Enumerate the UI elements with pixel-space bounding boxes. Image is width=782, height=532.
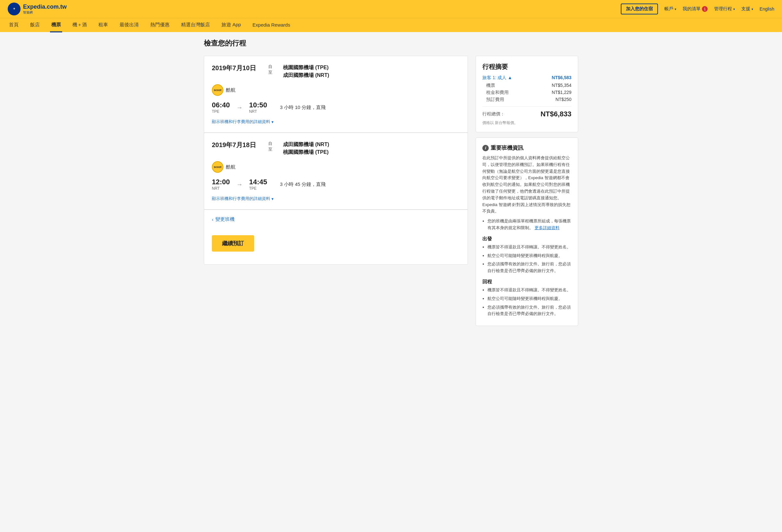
info-icon: i [482,145,489,151]
passenger-expand-icon: ▲ [508,75,512,80]
return-duration: 3 小時 45 分鐘，直飛 [280,181,326,187]
page-title: 檢查您的行程 [204,38,578,48]
important-info-box: i 重要班機資訊 在此預訂中所提供的個人資料將會提供給航空公司，以便管理您的班機… [475,138,578,326]
change-flight-chevron-icon: ‹ [212,217,213,222]
outbound-arrive-time: 10:50 [249,101,267,109]
return-arrow-icon: → [236,181,243,188]
return-times: 12:00 NRT → 14:45 TPE 3 小時 45 分鐘，直飛 [212,178,460,191]
outbound-details-chevron-icon: ▾ [272,119,274,125]
logo-main-text: Expedia.com.tw [23,3,67,10]
outbound-arrow-icon: → [236,104,243,111]
manage-trip-link[interactable]: 管理行程 ▾ [714,6,735,12]
return-details-link[interactable]: 顯示班機和行李費用的詳細資料 ▾ [212,196,460,202]
outbound-arrive-block: 10:50 NRT [249,101,267,114]
outbound-details-link[interactable]: 顯示班機和行李費用的詳細資料 ▾ [212,119,460,125]
return-header: 2019年7月18日 自 至 成田國際機場 (NRT) 桃園國際機場 (TPE) [212,141,460,156]
left-panel: 2019年7月10日 自 至 桃園國際機場 (TPE) 成田國際機場 (NRT)… [204,56,468,265]
important-info-title: i 重要班機資訊 [482,144,571,151]
return-arrive-block: 14:45 TPE [249,178,267,191]
manage-trip-chevron-icon: ▾ [733,7,735,11]
tax-price-row: 稅金和費用 NT$1,229 [482,90,571,96]
depart-bullet-2: 航空公司可能隨時變更班機時程與航廈。 [488,252,571,259]
return-direction: 自 至 [268,141,278,152]
ticket-price-row: 機票 NT$5,354 [482,83,571,88]
outbound-depart-code: TPE [212,109,230,114]
change-flight-link[interactable]: ‹ 變更班機 [212,216,235,222]
more-details-link[interactable]: 更多詳細資料 [535,225,560,230]
add-hotel-button[interactable]: 加入您的住宿 [621,3,658,14]
return-depart-block: 12:00 NRT [212,178,230,191]
ticket-label: 機票 [486,83,495,88]
nav-item-rewards[interactable]: Expedia Rewards [251,18,292,32]
return-details-chevron-icon: ▾ [272,197,274,201]
nav-bar: 首頁 飯店 機票 機＋酒 租車 最後出清 熱門優惠 精選台灣飯店 旅遊 App … [0,18,782,32]
passenger-price: NT$6,583 [552,75,571,81]
important-info-bullets: 您的班機是由兩張單程機票所組成，每張機票有其本身的規定和限制。 更多詳細資料 [482,218,571,232]
return-airline-name: 酷航 [226,164,236,170]
outbound-arrive-code: NRT [249,109,267,114]
depart-bullet-1: 機票皆不得退款且不得轉讓。不得變更姓名。 [488,244,571,251]
nav-item-taiwan-hotels[interactable]: 精選台灣飯店 [180,18,211,32]
return-airline-row: scoot 酷航 [212,161,460,173]
nav-item-flight[interactable]: 機票 [50,18,62,32]
outbound-airline-row: scoot 酷航 [212,84,460,96]
return-airline-logo: scoot [212,161,223,173]
language-link[interactable]: English [759,6,774,11]
outbound-depart-block: 06:40 TPE [212,101,230,114]
summary-box: 行程摘要 旅客 1: 成人 ▲ NT$6,583 機票 NT$5,354 稅金和… [475,56,578,132]
booking-fee-price: NT$250 [556,97,571,103]
outbound-airline-name: 酷航 [226,87,236,93]
outbound-times: 06:40 TPE → 10:50 NRT 3 小時 10 分鐘，直飛 [212,101,460,114]
outbound-date: 2019年7月10日 [212,64,263,72]
tax-label: 稅金和費用 [486,90,509,96]
nav-item-car[interactable]: 租車 [97,18,109,32]
currency-note: 價格以 新台幣報價。 [482,120,571,126]
account-chevron-icon: ▾ [675,7,676,11]
tax-price: NT$1,229 [552,90,571,96]
outbound-header: 2019年7月10日 自 至 桃園國際機場 (TPE) 成田國際機場 (NRT) [212,64,460,79]
support-link[interactable]: 支援 ▾ [741,6,753,12]
my-list-link[interactable]: 我的清單 1 [683,6,708,12]
depart-bullet-3: 您必須攜帶有效的旅行文件。旅行前，您必須自行檢查是否已帶齊必備的旅行文件。 [488,261,571,274]
right-panel: 行程摘要 旅客 1: 成人 ▲ NT$6,583 機票 NT$5,354 稅金和… [475,56,578,326]
nav-item-deals[interactable]: 熱門優惠 [149,18,171,32]
page-title-area: 檢查您的行程 [199,32,583,48]
return-bullet-1: 機票皆不得退款且不得轉讓。不得變更姓名。 [488,287,571,293]
return-airports: 成田國際機場 (NRT) 桃園國際機場 (TPE) [283,141,329,156]
logo[interactable]: ✈ Expedia.com.tw 智遊網 [8,3,67,15]
outbound-depart-time: 06:40 [212,101,230,109]
nav-item-home[interactable]: 首頁 [8,18,20,32]
return-bullet-3: 您必須攜帶有效的旅行文件。旅行前，您必須自行檢查是否已帶齊必備的旅行文件。 [488,304,571,318]
return-bullets: 機票皆不得退款且不得轉讓。不得變更姓名。 航空公司可能隨時變更班機時程與航廈。 … [482,287,571,317]
nav-item-app[interactable]: 旅遊 App [220,18,242,32]
my-list-badge: 1 [702,6,708,12]
return-arrive-time: 14:45 [249,178,267,186]
outbound-direction: 自 至 [268,64,278,75]
support-chevron-icon: ▾ [752,7,753,11]
booking-fee-row: 預訂費用 NT$250 [482,97,571,103]
booking-fee-label: 預訂費用 [486,97,504,103]
header-right: 加入您的住宿 帳戶 ▾ 我的清單 1 管理行程 ▾ 支援 ▾ English [621,3,774,14]
nav-item-flight-hotel[interactable]: 機＋酒 [71,18,88,32]
logo-sub-text: 智遊網 [23,10,67,15]
return-section-title: 回程 [482,279,571,285]
logo-icon: ✈ [8,3,21,15]
passenger-row: 旅客 1: 成人 ▲ NT$6,583 [482,75,571,81]
return-date: 2019年7月18日 [212,141,263,149]
return-segment: 2019年7月18日 自 至 成田國際機場 (NRT) 桃園國際機場 (TPE)… [204,133,468,210]
return-depart-code: NRT [212,186,230,191]
outbound-airports: 桃園國際機場 (TPE) 成田國際機場 (NRT) [283,64,329,79]
summary-title: 行程摘要 [482,63,571,71]
passenger-label[interactable]: 旅客 1: 成人 ▲ [482,75,512,81]
return-arrive-code: TPE [249,186,267,191]
return-depart-time: 12:00 [212,178,230,186]
depart-section-title: 出發 [482,236,571,242]
nav-item-hotel[interactable]: 飯店 [29,18,41,32]
continue-button[interactable]: 繼續預訂 [212,235,254,252]
total-row: 行程總價： NT$6,833 [482,106,571,118]
important-info-body: 在此預訂中所提供的個人資料將會提供給航空公司，以便管理您的班機預訂。如果班機行程… [482,155,571,215]
account-link[interactable]: 帳戶 ▾ [664,6,676,12]
ticket-price: NT$5,354 [552,83,571,88]
total-price: NT$6,833 [540,110,571,118]
nav-item-last-minute[interactable]: 最後出清 [118,18,140,32]
